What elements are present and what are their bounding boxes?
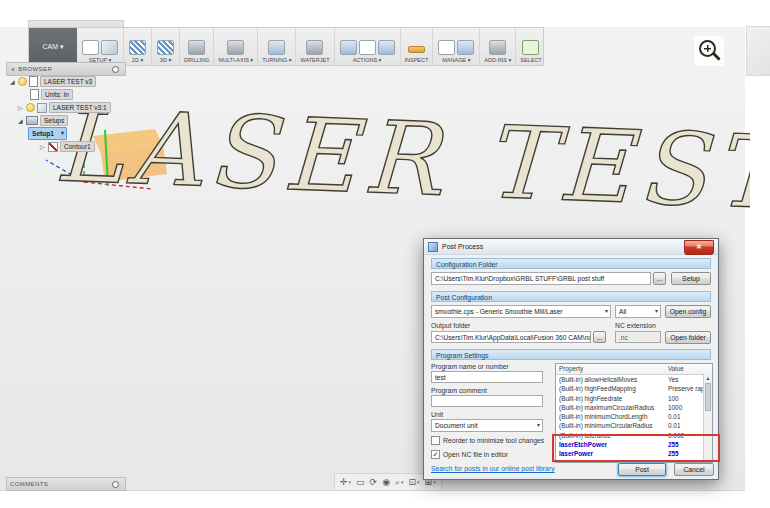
program-name-input[interactable]: test	[431, 371, 543, 383]
visibility-bulb-icon[interactable]	[18, 77, 27, 86]
reorder-checkbox-row[interactable]: Reorder to minimize tool changes	[431, 436, 544, 445]
configuration-folder-input[interactable]: C:\Users\Tim.Klur\Dropbox\GRBL STUFF\GRB…	[431, 272, 651, 285]
add-ins-icon	[489, 40, 506, 55]
tree-item-setups[interactable]: ◢ Setups	[18, 115, 68, 126]
drilling-icon	[188, 40, 205, 55]
toolbar-2d[interactable]: 2D ▾	[124, 28, 152, 65]
templates-icon	[457, 40, 474, 55]
tree-item-label: LASER TEST v3	[40, 76, 96, 87]
new-setup-icon	[82, 40, 99, 55]
pan-icon[interactable]: ✛▾	[338, 477, 353, 487]
multi-axis-icon	[227, 40, 244, 55]
tree-item-units[interactable]: Units: In	[30, 89, 73, 100]
toolbar-label: ACTIONS ▾	[353, 57, 382, 63]
toolbar-select[interactable]: SELECT	[516, 28, 544, 65]
tree-item-label: Setups	[40, 115, 68, 126]
property-column-header[interactable]: Property	[556, 364, 668, 374]
toolbar-waterjet[interactable]: WATERJET	[296, 28, 334, 65]
scrollbar-thumb[interactable]	[705, 383, 711, 411]
collapse-arrow-icon[interactable]: ◄	[10, 66, 15, 72]
toolbar-turning[interactable]: TURNING ▾	[258, 28, 296, 65]
turning-icon	[268, 40, 285, 55]
comments-panel-header[interactable]: COMMENTS	[6, 477, 126, 491]
open-nc-checkbox-label: Open NC file in editor	[443, 451, 508, 458]
tree-item-document[interactable]: ◢ LASER TEST v3	[10, 76, 96, 87]
2d-milling-icon	[129, 40, 146, 55]
toolbar-setup[interactable]: SETUP ▾	[77, 28, 124, 65]
expanded-arrow-icon[interactable]: ◢	[10, 78, 18, 85]
collapsed-arrow-icon[interactable]: ▷	[40, 143, 48, 150]
toolbar-actions[interactable]: ACTIONS ▾	[335, 28, 401, 65]
table-row[interactable]: (Built-in) allowHelicalMovesYes	[556, 375, 712, 384]
look-at-icon[interactable]: ◉	[380, 477, 392, 487]
scrollbar-up-icon[interactable]: ▲	[704, 374, 712, 382]
toolbar-multi-axis[interactable]: MULTI-AXIS ▾	[214, 28, 258, 65]
cancel-button[interactable]: Cancel	[674, 463, 714, 476]
open-folder-button[interactable]: Open folder	[665, 331, 711, 344]
tree-item-setup1[interactable]: ◢ Setup1	[28, 128, 50, 139]
zoom-tool-button[interactable]	[694, 36, 724, 66]
table-row[interactable]: (Built-in) highFeedMappingPreserve rap..…	[556, 384, 712, 393]
tree-item-label: Contour1	[60, 141, 95, 152]
dialog-titlebar[interactable]: Post Process	[424, 239, 718, 255]
close-button[interactable]: ✕	[684, 240, 714, 255]
program-comment-input[interactable]	[431, 395, 543, 407]
simulate-icon	[378, 40, 395, 55]
cam-toolbar: CAM ▾ SETUP ▾ 2D ▾ 3D ▾ DRILLING MULTI-A…	[28, 27, 544, 66]
table-header-row: Property Value	[556, 364, 712, 375]
value-column-header[interactable]: Value	[668, 364, 712, 374]
table-row[interactable]: (Built-in) minimumCircularRadius0.01	[556, 421, 712, 430]
filter-icon[interactable]	[112, 66, 119, 73]
toolbar-drilling[interactable]: DRILLING	[180, 28, 214, 65]
post-library-link[interactable]: Search for posts in our online post libr…	[431, 465, 555, 472]
collapsed-arrow-icon[interactable]: ▷	[18, 104, 26, 111]
browser-panel-header[interactable]: ◄ BROWSER	[6, 62, 126, 76]
fit-view-icon[interactable]: ▭	[354, 477, 367, 487]
workspace-switcher[interactable]: CAM ▾	[29, 28, 77, 65]
browse-output-folder-button[interactable]: ...	[593, 331, 606, 343]
setup-button[interactable]: Setup	[671, 272, 711, 285]
post-button[interactable]: Post	[618, 463, 666, 476]
tree-item-component[interactable]: ▷ LASER TEST v3:1	[18, 102, 111, 113]
table-row[interactable]: (Built-in) maximumCircularRadius1000	[556, 403, 712, 412]
open-nc-checkbox-checked[interactable]: ✓	[431, 450, 440, 459]
browse-configuration-folder-button[interactable]: ...	[653, 272, 666, 285]
toolbar-inspect[interactable]: INSPECT	[401, 28, 434, 65]
output-folder-input[interactable]: C:\Users\Tim.Klur\AppData\Local\Fusion 3…	[431, 331, 591, 343]
table-row[interactable]: (Built-in) highFeedrate100	[556, 394, 712, 403]
nc-extension-label: NC extension	[615, 322, 656, 329]
free-orbit-icon[interactable]: ⟳	[368, 477, 380, 487]
dialog-icon	[428, 242, 438, 252]
comments-title: COMMENTS	[10, 481, 48, 487]
toolbar-manage[interactable]: MANAGE ▾	[433, 28, 480, 65]
visibility-bulb-icon[interactable]	[26, 103, 35, 112]
reorder-checkbox[interactable]	[431, 436, 440, 445]
waterjet-icon	[306, 40, 323, 55]
toolbar-3d[interactable]: 3D ▾	[152, 28, 180, 65]
display-settings-icon[interactable]: ⊡▾	[407, 477, 422, 487]
3d-milling-icon	[157, 40, 174, 55]
units-icon	[30, 89, 39, 100]
workspace-label: CAM ▾	[42, 43, 63, 51]
zoom-icon[interactable]: ⌕▾	[393, 477, 406, 488]
contour-operation-icon	[48, 142, 58, 152]
section-post-configuration: Post Configuration	[431, 291, 711, 302]
nc-extension-field: .nc	[615, 331, 661, 343]
toolbar-label: SELECT	[520, 57, 541, 63]
unit-select[interactable]: Document unit	[431, 419, 543, 432]
tree-item-contour1[interactable]: ▷ Contour1	[40, 141, 95, 152]
program-comment-label: Program comment	[431, 387, 487, 394]
folder-icon	[101, 40, 118, 55]
post-configuration-select[interactable]: smoothie.cps - Generic Smoothie Mill/Las…	[431, 305, 611, 318]
table-row[interactable]: (Built-in) minimumChordLength0.01	[556, 412, 712, 421]
post-configuration-value: smoothie.cps - Generic Smoothie Mill/Las…	[435, 308, 563, 315]
artwork-text[interactable]: LASER TEST	[53, 87, 750, 232]
unit-label: Unit	[431, 411, 443, 418]
capability-filter-select[interactable]: All	[615, 305, 661, 318]
open-config-button[interactable]: Open config	[665, 305, 711, 318]
toolbar-label: MULTI-AXIS ▾	[218, 57, 253, 63]
comments-options-icon[interactable]	[112, 481, 119, 488]
toolbar-add-ins[interactable]: ADD-INS ▾	[480, 28, 516, 65]
expanded-arrow-icon[interactable]: ◢	[18, 117, 26, 124]
open-nc-checkbox-row[interactable]: ✓ Open NC file in editor	[431, 450, 508, 459]
